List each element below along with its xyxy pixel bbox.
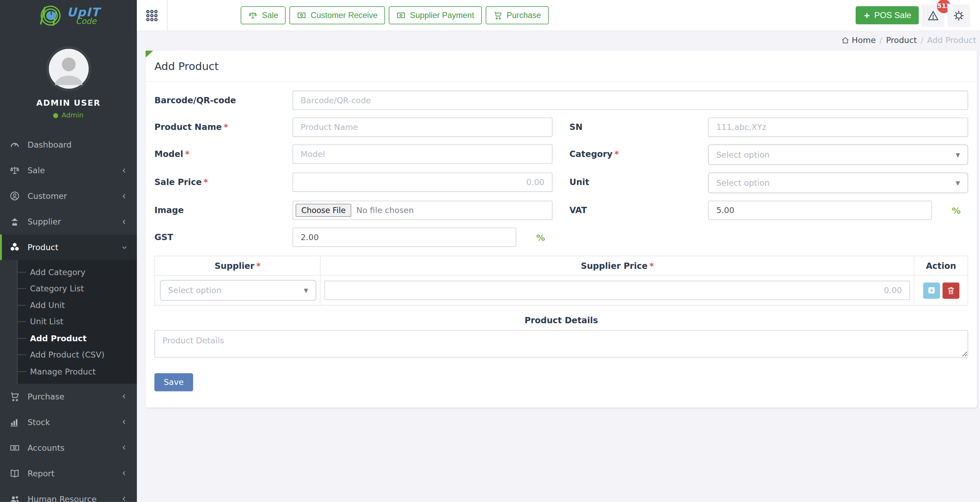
sidebar: UpIT Code ADMIN USER Admin	[0, 0, 137, 502]
vat-input[interactable]	[708, 201, 932, 220]
brand-secondary: Code	[76, 17, 100, 25]
trash-icon	[946, 286, 955, 295]
chevron-left-icon	[121, 469, 128, 477]
user-name: ADMIN USER	[37, 98, 101, 107]
product-details-textarea[interactable]	[154, 330, 968, 357]
plus-square-icon	[927, 286, 936, 295]
required-asterisk: *	[256, 261, 261, 271]
category-select[interactable]: Select option ▼	[708, 145, 968, 165]
sn-label: SN	[570, 118, 708, 132]
submenu-manage-product[interactable]: Manage Product	[18, 363, 137, 380]
chevron-left-icon	[121, 444, 128, 451]
delete-supplier-row-button[interactable]	[942, 282, 959, 299]
form-row-price-unit: Sale Price* Unit Select option ▼	[154, 172, 968, 193]
form-row-name-sn: Product Name* SN	[154, 118, 968, 137]
chevron-left-icon	[121, 192, 128, 200]
online-status-dot	[53, 113, 58, 118]
submenu-add-category[interactable]: Add Category	[18, 264, 137, 280]
purchase-button[interactable]: Purchase	[485, 6, 548, 24]
add-supplier-row-button[interactable]	[923, 282, 940, 299]
breadcrumb: Home / Product / Add Product	[145, 36, 977, 45]
book-icon	[10, 468, 20, 478]
sidebar-menu: Dashboard Sale Customer	[0, 132, 137, 502]
add-product-form: Barcode/QR-code Product Name* SN	[145, 82, 977, 391]
submenu-add-unit[interactable]: Add Unit	[18, 297, 137, 314]
balance-scale-icon	[248, 11, 258, 20]
product-name-input[interactable]	[293, 118, 552, 137]
product-details-label: Product Details	[154, 315, 968, 325]
gst-input[interactable]	[293, 228, 516, 247]
supplier-row: Select option ▼	[155, 276, 968, 306]
chevron-left-icon	[121, 495, 128, 502]
chevron-left-icon	[121, 418, 128, 426]
row-actions	[918, 282, 964, 299]
sale-button[interactable]: Sale	[241, 6, 286, 24]
sale-price-label: Sale Price*	[154, 172, 293, 187]
pos-sale-button[interactable]: POS Sale	[856, 6, 919, 24]
save-button[interactable]: Save	[154, 373, 193, 391]
barcode-input[interactable]	[293, 91, 968, 110]
gear-icon	[953, 9, 965, 21]
image-file-input[interactable]: Choose File No file chosen	[293, 201, 552, 220]
brand-logo: UpIT Code	[37, 4, 100, 28]
users-icon	[10, 493, 20, 502]
supplier-spy-icon	[10, 216, 20, 227]
dashboard-icon	[10, 139, 20, 150]
alerts-toggle[interactable]: 513	[922, 4, 944, 27]
apps-grid-toggle[interactable]	[137, 0, 167, 31]
supplier-price-input[interactable]	[325, 280, 910, 300]
caret-down-icon: ▼	[956, 152, 960, 158]
sidebar-item-sale[interactable]: Sale	[0, 158, 137, 183]
user-role: Admin	[53, 111, 83, 119]
breadcrumb-home-link[interactable]: Home	[841, 36, 876, 45]
sn-input[interactable]	[708, 118, 968, 137]
chevron-down-icon	[121, 244, 128, 251]
app-root: UpIT Code ADMIN USER Admin	[0, 0, 980, 502]
barcode-label: Barcode/QR-code	[154, 91, 293, 105]
sidebar-item-dashboard[interactable]: Dashboard	[0, 132, 137, 158]
breadcrumb-product-link[interactable]: Product	[886, 36, 917, 45]
avatar[interactable]	[46, 46, 91, 91]
caret-down-icon: ▼	[956, 180, 960, 186]
supplier-table-header-row: Supplier* Supplier Price* Action	[155, 256, 968, 276]
settings-toggle[interactable]	[947, 4, 970, 27]
bar-chart-icon	[10, 417, 20, 427]
sidebar-item-purchase[interactable]: Purchase	[0, 384, 137, 409]
choose-file-button[interactable]: Choose File	[296, 204, 351, 217]
supplier-select[interactable]: Select option ▼	[160, 280, 316, 301]
submenu-add-product-csv[interactable]: Add Product (CSV)	[18, 346, 137, 363]
supplier-column-header: Supplier*	[155, 256, 321, 276]
sale-price-input[interactable]	[293, 172, 552, 192]
sidebar-item-report[interactable]: Report	[0, 461, 137, 486]
model-label: Model*	[154, 145, 293, 159]
unit-select[interactable]: Select option ▼	[708, 172, 968, 193]
sidebar-item-human-resource[interactable]: Human Resource	[0, 486, 137, 502]
submenu-unit-list[interactable]: Unit List	[18, 314, 137, 330]
model-input[interactable]	[293, 145, 552, 164]
image-label: Image	[154, 201, 293, 215]
form-row-image-vat: Image Choose File No file chosen VAT %	[154, 201, 968, 220]
required-asterisk: *	[185, 149, 189, 159]
topbar-right: POS Sale 513	[856, 4, 970, 27]
customer-receive-button[interactable]: Customer Receive	[289, 6, 385, 24]
form-row-gst: GST %	[154, 228, 968, 247]
sidebar-item-product[interactable]: Product	[0, 234, 137, 260]
sidebar-item-stock[interactable]: Stock	[0, 409, 137, 435]
content-area: Home / Product / Add Product Add Product…	[137, 31, 980, 502]
logo-area[interactable]: UpIT Code	[0, 0, 137, 31]
supplier-payment-button[interactable]: Supplier Payment	[389, 6, 482, 24]
product-name-label: Product Name*	[154, 118, 293, 132]
vat-percent-suffix: %	[952, 206, 961, 215]
supplier-table: Supplier* Supplier Price* Action Select …	[154, 256, 968, 306]
submenu-category-list[interactable]: Category List	[18, 280, 137, 297]
gst-percent-suffix: %	[536, 232, 545, 242]
sidebar-item-customer[interactable]: Customer	[0, 183, 137, 209]
topbar: Sale Customer Receive Supplier Payment P…	[137, 0, 980, 31]
category-label: Category*	[570, 145, 708, 159]
required-asterisk: *	[204, 177, 208, 187]
sidebar-item-supplier[interactable]: Supplier	[0, 209, 137, 234]
chevron-left-icon	[121, 167, 128, 174]
main-area: Sale Customer Receive Supplier Payment P…	[137, 0, 980, 502]
sidebar-item-accounts[interactable]: Accounts	[0, 435, 137, 461]
submenu-add-product[interactable]: Add Product	[18, 330, 137, 347]
